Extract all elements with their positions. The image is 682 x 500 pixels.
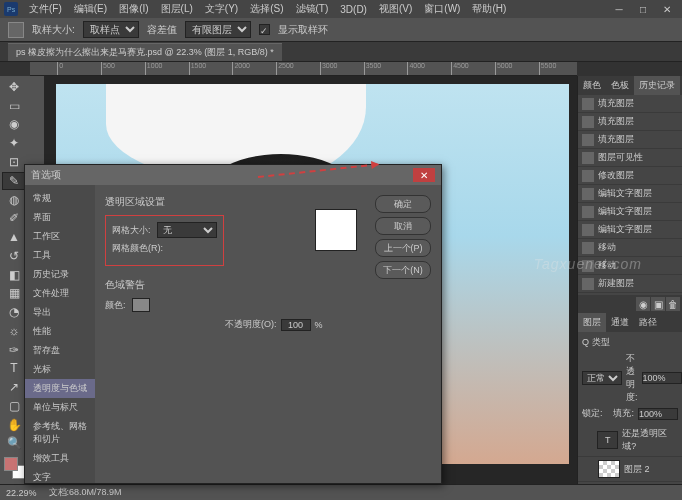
eye-icon[interactable] (582, 463, 594, 475)
wand-tool[interactable]: ✦ (2, 134, 26, 152)
menu-type[interactable]: 文字(Y) (200, 0, 243, 18)
pref-cat-cursors[interactable]: 光标 (25, 360, 95, 379)
pref-cat-history[interactable]: 历史记录 (25, 265, 95, 284)
pref-cat-interface[interactable]: 界面 (25, 208, 95, 227)
history-item[interactable]: 编辑文字图层 (578, 185, 682, 203)
pen-tool[interactable]: ✑ (2, 341, 26, 359)
tab-swatches[interactable]: 色板 (606, 76, 634, 95)
layer-row[interactable]: 图层 2 (578, 457, 682, 482)
pref-cat-tools[interactable]: 工具 (25, 246, 95, 265)
tab-layers[interactable]: 图层 (578, 313, 606, 332)
sample-size-select[interactable]: 取样点 (83, 21, 139, 38)
history-icon (582, 170, 594, 182)
history-new-icon[interactable]: ▣ (651, 297, 665, 311)
pref-cat-units[interactable]: 单位与标尺 (25, 398, 95, 417)
opacity-input[interactable] (642, 372, 682, 384)
stamp-tool[interactable]: ▲ (2, 228, 26, 246)
dialog-titlebar[interactable]: 首选项 ✕ (25, 165, 441, 185)
menu-view[interactable]: 视图(V) (374, 0, 417, 18)
eyedropper-tool[interactable]: ✎ (2, 172, 26, 190)
menu-filter[interactable]: 滤镜(T) (291, 0, 334, 18)
history-snapshot-icon[interactable]: ◉ (636, 297, 650, 311)
gradient-tool[interactable]: ▦ (2, 284, 26, 302)
shape-tool[interactable]: ▢ (2, 397, 26, 415)
close-icon[interactable]: ✕ (656, 2, 678, 16)
history-item[interactable]: 填充图层 (578, 131, 682, 149)
history-brush-tool[interactable]: ↺ (2, 247, 26, 265)
dodge-tool[interactable]: ☼ (2, 322, 26, 340)
dialog-close-icon[interactable]: ✕ (413, 168, 435, 182)
fill-input[interactable] (638, 408, 678, 420)
pref-cat-type[interactable]: 文字 (25, 468, 95, 483)
gamut-color-label: 颜色: (105, 299, 126, 312)
menu-file[interactable]: 文件(F) (24, 0, 67, 18)
history-list[interactable]: 填充图层 填充图层 填充图层 图层可见性 修改图层 编辑文字图层 编辑文字图层 … (578, 95, 682, 295)
ok-button[interactable]: 确定 (375, 195, 431, 213)
history-icon (582, 242, 594, 254)
pref-cat-workspace[interactable]: 工作区 (25, 227, 95, 246)
tab-history[interactable]: 历史记录 (634, 76, 680, 95)
zoom-value[interactable]: 22.29% (6, 488, 37, 498)
prev-button[interactable]: 上一个(P) (375, 239, 431, 257)
next-button[interactable]: 下一个(N) (375, 261, 431, 279)
history-item[interactable]: 编辑文字图层 (578, 221, 682, 239)
layer-thumb: T (597, 431, 618, 449)
eyedropper-icon[interactable] (8, 22, 24, 38)
marquee-tool[interactable]: ▭ (2, 97, 26, 115)
minimize-icon[interactable]: ─ (608, 2, 630, 16)
history-item[interactable]: 图层可见性 (578, 149, 682, 167)
history-item[interactable]: 新建图层 (578, 275, 682, 293)
maximize-icon[interactable]: □ (632, 2, 654, 16)
pref-cat-transparency[interactable]: 透明度与色域 (25, 379, 95, 398)
history-item[interactable]: 编辑文字图层 (578, 203, 682, 221)
menu-layer[interactable]: 图层(L) (156, 0, 198, 18)
cancel-button[interactable]: 取消 (375, 217, 431, 235)
menu-edit[interactable]: 编辑(E) (69, 0, 112, 18)
pref-category-list[interactable]: 常规 界面 工作区 工具 历史记录 文件处理 导出 性能 暂存盘 光标 透明度与… (25, 185, 95, 483)
grid-size-select[interactable]: 无 (157, 222, 217, 238)
pref-cat-plugins[interactable]: 增效工具 (25, 449, 95, 468)
menu-select[interactable]: 选择(S) (245, 0, 288, 18)
foreground-color[interactable] (4, 457, 18, 471)
show-ring-label: 显示取样环 (278, 23, 328, 37)
tab-channels[interactable]: 通道 (606, 313, 634, 332)
layer-row[interactable]: T还是透明区域? (578, 424, 682, 457)
hand-tool[interactable]: ✋ (2, 416, 26, 434)
history-trash-icon[interactable]: 🗑 (666, 297, 680, 311)
history-item[interactable]: 填充图层 (578, 113, 682, 131)
fill-label: 填充: (613, 407, 634, 420)
brush-tool[interactable]: ✐ (2, 209, 26, 227)
tab-color[interactable]: 颜色 (578, 76, 606, 95)
crop-tool[interactable]: ⊡ (2, 153, 26, 171)
heal-tool[interactable]: ◍ (2, 191, 26, 209)
lasso-tool[interactable]: ◉ (2, 116, 26, 134)
menu-image[interactable]: 图像(I) (114, 0, 153, 18)
eye-icon[interactable] (582, 434, 593, 446)
history-item[interactable]: 移动 (578, 239, 682, 257)
history-item[interactable]: 修改图层 (578, 167, 682, 185)
eraser-tool[interactable]: ◧ (2, 266, 26, 284)
type-tool[interactable]: T (2, 359, 26, 377)
pref-cat-guides[interactable]: 参考线、网格和切片 (25, 417, 95, 449)
pref-cat-filehandling[interactable]: 文件处理 (25, 284, 95, 303)
gamut-opacity-input[interactable] (281, 319, 311, 331)
document-tab[interactable]: ps 橡皮擦为什么擦出来是马赛克.psd @ 22.3% (图层 1, RGB/… (8, 43, 282, 61)
zoom-tool[interactable]: 🔍 (2, 434, 26, 452)
gamut-color-swatch[interactable] (132, 298, 150, 312)
tab-paths[interactable]: 路径 (634, 313, 662, 332)
history-item[interactable]: 填充图层 (578, 95, 682, 113)
tolerance-select[interactable]: 有限图层 (185, 21, 251, 38)
blend-mode-select[interactable]: 正常 (582, 371, 622, 385)
move-tool[interactable]: ✥ (2, 78, 26, 96)
pref-cat-performance[interactable]: 性能 (25, 322, 95, 341)
pref-cat-export[interactable]: 导出 (25, 303, 95, 322)
blur-tool[interactable]: ◔ (2, 303, 26, 321)
pref-cat-general[interactable]: 常规 (25, 189, 95, 208)
menu-window[interactable]: 窗口(W) (419, 0, 465, 18)
history-item[interactable]: 移动 (578, 257, 682, 275)
menu-help[interactable]: 帮助(H) (467, 0, 511, 18)
pref-cat-scratch[interactable]: 暂存盘 (25, 341, 95, 360)
path-tool[interactable]: ↗ (2, 378, 26, 396)
show-ring-checkbox[interactable] (259, 24, 270, 35)
menu-3d[interactable]: 3D(D) (335, 2, 372, 17)
